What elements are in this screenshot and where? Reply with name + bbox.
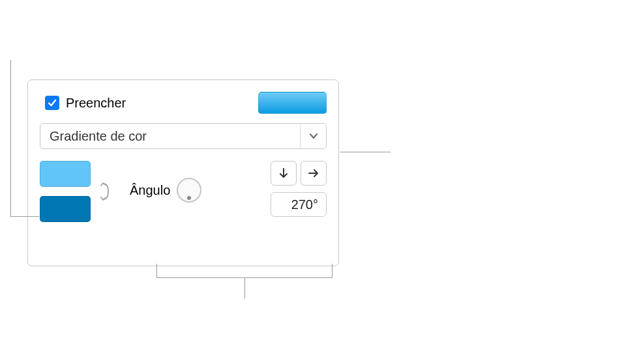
callout-bracket xyxy=(156,264,332,278)
fill-checkbox-label: Preencher xyxy=(66,96,126,111)
arrow-right-icon xyxy=(308,167,319,179)
angle-label: Ângulo xyxy=(130,183,170,198)
gradient-color-stops xyxy=(40,161,91,222)
swap-arrows-icon xyxy=(98,181,113,202)
direction-right-button[interactable] xyxy=(301,161,327,186)
angle-dial[interactable] xyxy=(177,178,201,203)
gradient-color-stop-1[interactable] xyxy=(40,161,91,187)
fill-checkbox-group: Preencher xyxy=(45,96,126,111)
swap-colors-button[interactable] xyxy=(96,161,115,222)
gradient-controls-row: Ângulo 270° xyxy=(40,161,327,222)
fill-preview-swatch[interactable] xyxy=(258,92,327,114)
chevron-down-icon xyxy=(309,133,318,139)
gradient-color-stop-2[interactable] xyxy=(40,196,91,222)
callout-line xyxy=(244,278,245,299)
callout-line xyxy=(340,152,391,152)
callout-line xyxy=(10,216,39,217)
fill-header-row: Preencher xyxy=(40,92,327,114)
angle-section: Ângulo xyxy=(130,178,201,203)
callout-line xyxy=(10,60,11,216)
fill-checkbox[interactable] xyxy=(45,96,59,110)
angle-value-text: 270° xyxy=(291,197,318,212)
direction-down-button[interactable] xyxy=(271,161,297,186)
angle-right-controls: 270° xyxy=(271,161,327,217)
fill-panel: Preencher Gradiente de cor Ângulo xyxy=(27,79,339,266)
arrow-down-icon xyxy=(278,167,289,179)
direction-buttons xyxy=(271,161,327,186)
angle-value-input[interactable]: 270° xyxy=(271,192,327,217)
fill-type-select[interactable]: Gradiente de cor xyxy=(40,123,327,149)
checkmark-icon xyxy=(47,98,57,108)
fill-type-value: Gradiente de cor xyxy=(50,129,147,144)
fill-type-dropdown-arrow xyxy=(300,124,326,148)
